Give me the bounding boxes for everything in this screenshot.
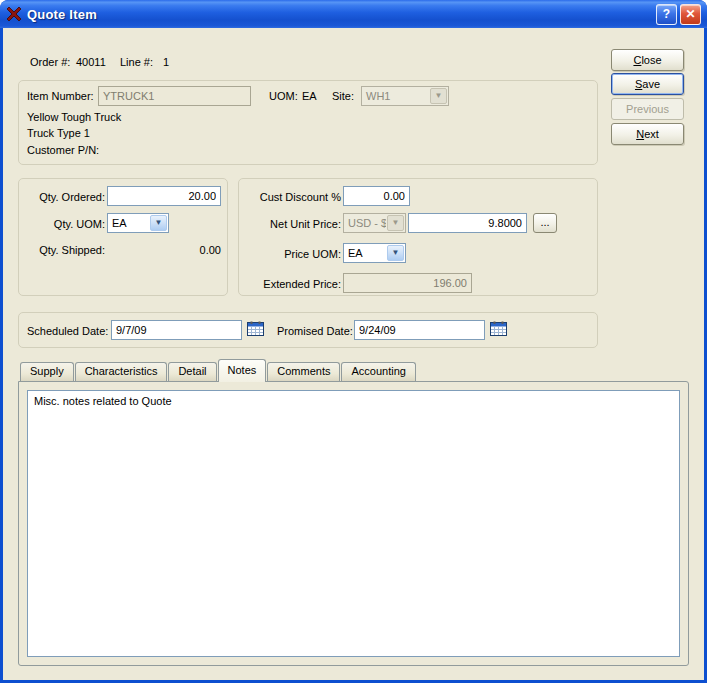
net-unit-price-label: Net Unit Price:	[245, 217, 341, 231]
cust-discount-label: Cust Discount %	[245, 190, 341, 204]
save-button[interactable]: Save	[611, 73, 684, 95]
extended-price-label: Extended Price:	[245, 277, 341, 291]
qty-shipped-value: 0.00	[139, 243, 221, 257]
tab-characteristics[interactable]: Characteristics	[75, 362, 168, 381]
window-close-icon[interactable]: ✕	[680, 4, 701, 25]
tab-notes[interactable]: Notes	[218, 359, 267, 382]
site-select: WH1 ▼	[361, 86, 449, 106]
calendar-icon	[247, 321, 264, 337]
chevron-down-icon: ▼	[150, 215, 167, 231]
item-uom-value: EA	[302, 89, 317, 103]
app-icon	[6, 6, 22, 22]
extended-price-field	[343, 273, 472, 293]
item-info-group: Item Number: UOM: EA Site: WH1 ▼ Yellow …	[18, 80, 598, 165]
promised-date-field[interactable]	[354, 320, 485, 340]
chevron-down-icon: ▼	[387, 245, 404, 261]
tab-accounting[interactable]: Accounting	[341, 362, 415, 381]
calendar-icon	[490, 321, 507, 337]
tab-detail[interactable]: Detail	[168, 362, 216, 381]
site-label: Site:	[332, 89, 354, 103]
pricing-group: Cust Discount % Net Unit Price: USD - $ …	[238, 178, 598, 296]
tab-panel-notes	[18, 381, 689, 666]
cust-discount-field[interactable]	[343, 186, 410, 206]
qty-ordered-label: Qty. Ordered:	[23, 190, 105, 204]
scheduled-date-field[interactable]	[111, 320, 242, 340]
promised-date-label: Promised Date:	[277, 324, 353, 338]
tab-comments[interactable]: Comments	[267, 362, 340, 381]
price-uom-select[interactable]: EA ▼	[343, 243, 406, 263]
promised-date-calendar-button[interactable]	[489, 321, 508, 339]
item-uom-label: UOM:	[269, 89, 298, 103]
close-button[interactable]: Close	[611, 49, 684, 71]
qty-uom-label: Qty. UOM:	[23, 217, 105, 231]
title-bar[interactable]: Quote Item ? ✕	[0, 0, 707, 28]
dialog-body: Order #: 40011 Line #: 1 Close Save Prev…	[3, 28, 704, 680]
order-number-label: Order #:	[30, 55, 70, 69]
order-number-value: 40011	[76, 55, 106, 69]
chevron-down-icon: ▼	[387, 215, 404, 231]
item-description-line1: Yellow Tough Truck	[27, 110, 121, 124]
net-unit-price-field[interactable]	[408, 213, 527, 233]
quantity-group: Qty. Ordered: Qty. UOM: EA ▼ Qty. Shippe…	[18, 178, 228, 296]
item-number-label: Item Number:	[27, 89, 94, 103]
currency-select: USD - $ ▼	[343, 213, 406, 233]
scheduled-date-calendar-button[interactable]	[246, 321, 265, 339]
qty-shipped-label: Qty. Shipped:	[23, 243, 105, 257]
dates-group: Scheduled Date: Promised Date:	[18, 312, 598, 348]
notes-textarea[interactable]	[27, 390, 680, 657]
quote-item-window: Quote Item ? ✕ Order #: 40011 Line #: 1 …	[0, 0, 707, 683]
scheduled-date-label: Scheduled Date:	[27, 324, 108, 338]
line-number-value: 1	[163, 55, 169, 69]
qty-ordered-field[interactable]	[107, 186, 221, 206]
price-lookup-button[interactable]: ...	[533, 213, 557, 233]
window-title: Quote Item	[27, 7, 653, 22]
chevron-down-icon: ▼	[430, 88, 447, 104]
tab-bar: Supply Characteristics Detail Notes Comm…	[20, 359, 417, 381]
previous-button: Previous	[611, 98, 684, 120]
qty-uom-select[interactable]: EA ▼	[107, 213, 169, 233]
tab-supply[interactable]: Supply	[20, 362, 74, 381]
item-number-field	[98, 86, 251, 106]
price-uom-label: Price UOM:	[245, 247, 341, 261]
item-description-line2: Truck Type 1	[27, 126, 90, 140]
line-number-label: Line #:	[120, 55, 153, 69]
next-button[interactable]: Next	[611, 123, 684, 145]
customer-pn-label: Customer P/N:	[27, 143, 99, 157]
help-button[interactable]: ?	[656, 4, 677, 25]
